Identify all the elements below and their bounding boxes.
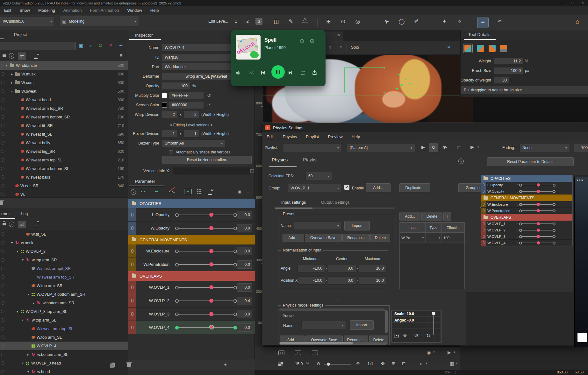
lattice-deform-icon[interactable]: ⊞ [323, 18, 334, 25]
visibility-toggle-icon[interactable] [1, 275, 4, 279]
cross-hide-icon[interactable]: ✕ [109, 43, 112, 48]
reference-image-strip[interactable]: ARU [574, 177, 588, 347]
param-row[interactable]: L.Opacity:0.0 [128, 208, 255, 222]
param-slider[interactable] [520, 223, 555, 224]
scrollbar-vertical[interactable] [385, 310, 388, 333]
shuffle-icon[interactable] [248, 71, 254, 75]
param-group-header[interactable]: OPACITIES [481, 175, 572, 182]
close-icon[interactable]: ✕ [582, 1, 584, 4]
arrow-tool-icon[interactable]: ➤ [380, 15, 393, 28]
param-row[interactable]: W.OVLP_1: [481, 221, 572, 227]
physics-menu-edit[interactable]: Edit [262, 132, 278, 141]
plus-icon[interactable]: + [250, 169, 254, 173]
pendulum-preview[interactable]: Scale: 10.0 Angle: -0.0 1:1 ✥ ↺ ↻ [391, 310, 441, 343]
sdk-version-dropdown[interactable]: 0/Cubism5.0▾ [0, 17, 55, 26]
slider-handle[interactable] [209, 249, 213, 253]
record-icon[interactable]: ◉ [470, 145, 474, 150]
tree-row[interactable]: ▾W.OVLP_3 head [0, 359, 128, 367]
slider-handle[interactable] [537, 241, 540, 244]
group-dropdown[interactable]: W.OVLP_1▾ [288, 184, 342, 192]
tree-expand-icon[interactable]: ▾ [27, 370, 32, 373]
link-tool-icon[interactable]: ∞ [494, 18, 505, 24]
fit-view-icon[interactable]: ✥ [381, 361, 385, 366]
param-group-header[interactable]: OVERLAPS [128, 271, 255, 281]
model-preset-dropdown[interactable]: ▾ [301, 321, 346, 329]
tree-expand-icon[interactable]: ▾ [22, 361, 26, 365]
visibility-toggle-icon[interactable] [1, 124, 4, 127]
canvas-tab[interactable] [326, 32, 343, 41]
param-group-header[interactable]: OPACITIES [128, 199, 255, 208]
white-swatch[interactable] [577, 333, 587, 342]
layout-icon[interactable]: ▦ [450, 361, 454, 366]
solo-label[interactable]: Solo [351, 45, 359, 50]
warp-height-field[interactable]: 2 [183, 111, 199, 118]
fading-dropdown[interactable]: None▾ [520, 143, 570, 152]
warp-width-field[interactable]: 2 [162, 111, 178, 118]
reset-bezier-button[interactable]: Reset bezier controllers [162, 156, 252, 164]
tree-row[interactable]: ▾Winddancer500 [0, 61, 128, 70]
tree-expand-icon[interactable]: ▾ [11, 89, 15, 93]
visibility-toggle-icon[interactable] [1, 184, 4, 188]
add-parameter-icon[interactable]: + [224, 362, 227, 367]
volume-icon[interactable] [236, 70, 241, 75]
tree-row[interactable]: W.sweat arm bottom_SL190 [0, 164, 128, 173]
tab-physics[interactable]: Physics [272, 157, 288, 162]
param-slider[interactable] [520, 243, 555, 243]
param-row[interactable]: W.OVLP_3:0.0 [128, 308, 255, 321]
tree-row[interactable]: ▸↻w.bottom arm_SR [0, 299, 128, 307]
add-icon[interactable]: ⊕ [310, 37, 315, 45]
menu-modeling[interactable]: Modeling [34, 6, 59, 15]
tree-expand-icon[interactable]: ▾ [17, 310, 21, 313]
param-row[interactable]: W.Penetration:0.0 [128, 258, 255, 271]
param-slider[interactable] [176, 287, 236, 288]
tree-row[interactable]: W.top arm_SL [0, 333, 128, 342]
tree-row[interactable]: W.sweat arm top_SR750 [0, 104, 128, 113]
visibility-toggle-icon[interactable] [1, 258, 4, 262]
chevron-down-icon[interactable]: ▾ [454, 350, 455, 354]
canvas-tab-close-icon[interactable]: ✕ [337, 33, 340, 37]
tree-row[interactable]: W.sweat tit_SL690 [0, 130, 128, 138]
physics-menu-preview[interactable]: Preview [323, 132, 347, 141]
visibility-toggle-icon[interactable] [1, 64, 4, 67]
tree-row[interactable]: W.sweat belly650 [0, 138, 128, 147]
shuffle-icon[interactable]: ⇄ [456, 145, 460, 150]
opacity-field[interactable]: 100 [162, 82, 190, 90]
param-slider[interactable] [520, 191, 555, 192]
tree-expand-icon[interactable]: ▸ [11, 81, 15, 84]
mesh-point[interactable] [344, 67, 345, 68]
menu-form-animation[interactable]: Form Animation [86, 6, 123, 15]
brush-tool-icon[interactable]: ✐ [411, 18, 422, 25]
transparency-toggle-icon[interactable] [278, 362, 283, 366]
chevron-down-icon[interactable]: ▾ [426, 362, 427, 365]
tree-row[interactable]: W.tit_SL [0, 230, 128, 238]
remove-key-icon[interactable]: •–•− [169, 189, 175, 194]
param-slider[interactable] [176, 264, 236, 265]
panel-splitter[interactable]: ··· [0, 208, 128, 210]
posx-min-field[interactable]: -10.0 [298, 276, 325, 285]
visibility-toggle-icon[interactable] [1, 310, 4, 313]
vertical-splitter[interactable]: ⋮ [466, 241, 470, 245]
key-form-edit-icon[interactable]: ••• [184, 189, 192, 194]
tree-row[interactable]: ▾↻w.head [0, 367, 128, 375]
menu-show[interactable]: Show [15, 6, 34, 15]
slider-handle[interactable] [537, 190, 540, 193]
collapse-all-icon[interactable]: ∨ [9, 53, 14, 59]
visibility-toggle-icon[interactable] [1, 115, 4, 119]
tree-row[interactable]: ▾W.OVLP_3 top arm_SL [0, 307, 128, 316]
add-key-2-icon[interactable]: •–•+ [141, 189, 147, 194]
weight-fill-icon[interactable] [489, 45, 496, 52]
input-move-up-button[interactable]: ↑ [443, 212, 451, 221]
slider-handle[interactable] [537, 209, 540, 212]
tree-expand-icon[interactable]: ▾ [22, 258, 26, 262]
tree-expand-icon[interactable]: ▾ [22, 318, 26, 322]
chevron-down-icon[interactable]: ▾ [433, 350, 435, 354]
scrollbar-horizontal[interactable] [279, 308, 385, 311]
tree-row[interactable]: W.sweat balls170 [0, 173, 128, 181]
rotate-ccw-icon[interactable]: ↺ [414, 333, 418, 339]
input-add-button[interactable]: Add... [399, 212, 420, 221]
cell-type[interactable]: ...▾ [425, 233, 442, 243]
chevron-down-icon[interactable]: ▾ [456, 362, 458, 365]
tab-log[interactable]: Log [21, 211, 28, 216]
home-icon[interactable]: ⌂ [572, 18, 583, 25]
tree-expand-icon[interactable]: ▾ [27, 293, 32, 296]
